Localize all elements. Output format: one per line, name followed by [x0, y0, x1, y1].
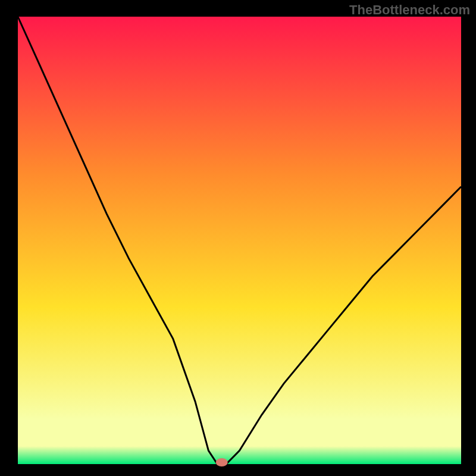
optimal-point-marker [216, 458, 228, 466]
plot-background [18, 17, 461, 464]
chart-svg [0, 0, 476, 476]
bottleneck-chart: TheBottleneck.com [0, 0, 476, 476]
watermark-text: TheBottleneck.com [349, 2, 470, 18]
